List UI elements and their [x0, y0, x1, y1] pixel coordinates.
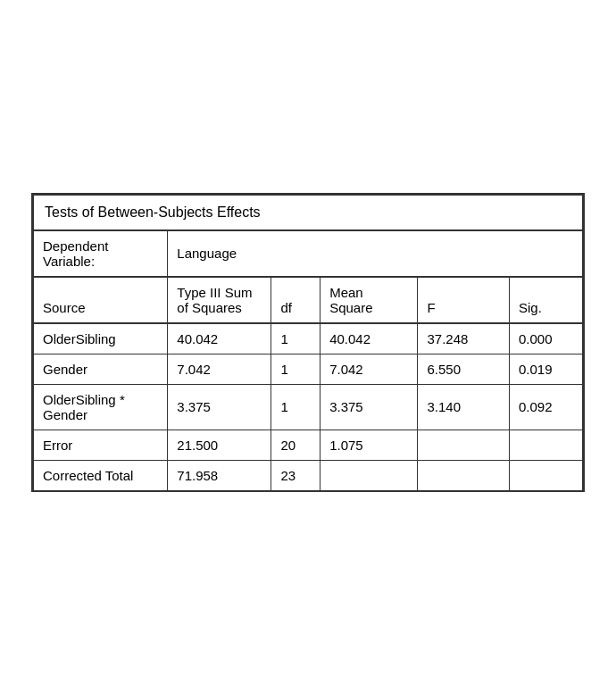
title-row: Tests of Between-Subjects Effects: [34, 195, 583, 230]
cell-mean-0: 40.042: [320, 323, 418, 355]
dependent-variable-value: Language: [168, 230, 583, 277]
table-title: Tests of Between-Subjects Effects: [34, 195, 583, 230]
header-row: Source Type III Sum of Squares df Mean S…: [34, 277, 583, 323]
header-mean-square: Mean Square: [320, 277, 418, 323]
cell-df-3: 20: [271, 430, 320, 460]
cell-df-2: 1: [271, 384, 320, 430]
cell-sig-0: 0.000: [509, 323, 582, 355]
table-row: OlderSibling * Gender 3.375 1 3.375 3.14…: [34, 384, 583, 430]
cell-source-4: Corrected Total: [34, 460, 168, 490]
header-source: Source: [34, 277, 168, 323]
cell-source-0: OlderSibling: [34, 323, 168, 355]
stats-table: Tests of Between-Subjects Effects Depend…: [31, 193, 585, 492]
table-row: Gender 7.042 1 7.042 6.550 0.019: [34, 354, 583, 384]
cell-sig-2: 0.092: [509, 384, 582, 430]
cell-type3-3: 21.500: [168, 430, 271, 460]
cell-f-3: [418, 430, 510, 460]
cell-df-1: 1: [271, 354, 320, 384]
cell-sig-3: [509, 430, 582, 460]
cell-f-2: 3.140: [418, 384, 510, 430]
cell-sig-1: 0.019: [509, 354, 582, 384]
header-df: df: [271, 277, 320, 323]
cell-mean-4: [320, 460, 418, 490]
cell-type3-2: 3.375: [168, 384, 271, 430]
table-row: OlderSibling 40.042 1 40.042 37.248 0.00…: [34, 323, 583, 355]
dependent-variable-row: Dependent Variable: Language: [34, 230, 583, 277]
cell-f-4: [418, 460, 510, 490]
cell-mean-1: 7.042: [320, 354, 418, 384]
table-row: Error 21.500 20 1.075: [34, 430, 583, 460]
cell-type3-4: 71.958: [168, 460, 271, 490]
table-row: Corrected Total 71.958 23: [34, 460, 583, 490]
cell-mean-2: 3.375: [320, 384, 418, 430]
cell-source-2: OlderSibling * Gender: [34, 384, 168, 430]
cell-source-1: Gender: [34, 354, 168, 384]
cell-mean-3: 1.075: [320, 430, 418, 460]
header-sig: Sig.: [509, 277, 582, 323]
cell-type3-0: 40.042: [168, 323, 271, 355]
cell-f-1: 6.550: [418, 354, 510, 384]
dependent-variable-label: Dependent Variable:: [34, 230, 168, 277]
cell-f-0: 37.248: [418, 323, 510, 355]
cell-source-3: Error: [34, 430, 168, 460]
cell-df-0: 1: [271, 323, 320, 355]
cell-type3-1: 7.042: [168, 354, 271, 384]
header-f: F: [418, 277, 510, 323]
cell-df-4: 23: [271, 460, 320, 490]
cell-sig-4: [509, 460, 582, 490]
header-type3: Type III Sum of Squares: [168, 277, 271, 323]
